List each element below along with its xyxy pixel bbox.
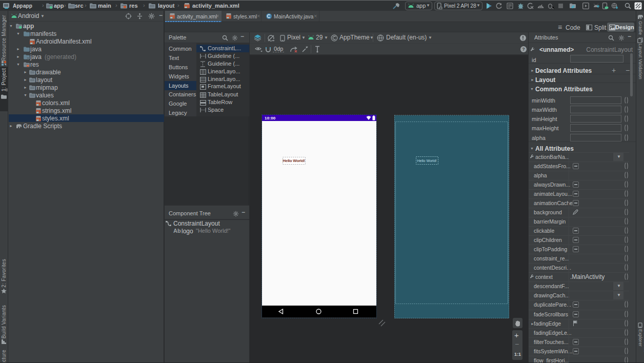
svg-text:?: ? (522, 47, 525, 52)
